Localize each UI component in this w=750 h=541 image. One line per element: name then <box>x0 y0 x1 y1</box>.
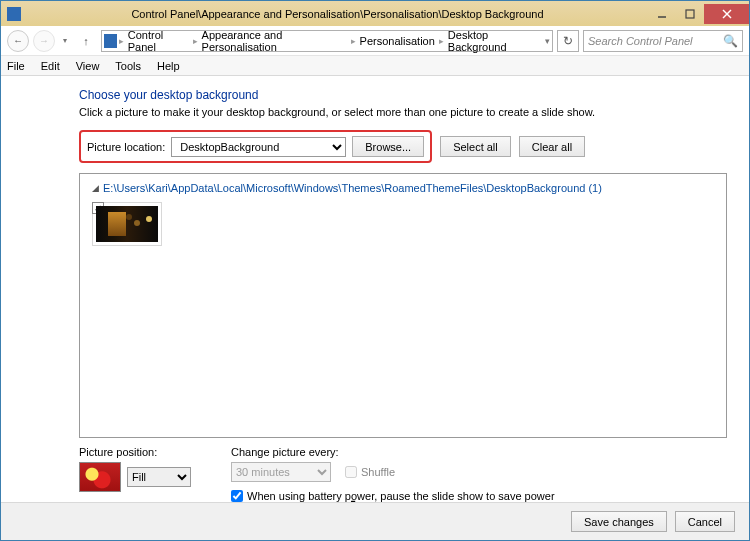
wallpaper-thumbnail[interactable]: ✓ <box>92 202 162 246</box>
app-icon <box>7 7 21 21</box>
forward-button[interactable]: → <box>33 30 55 52</box>
up-button[interactable]: ↑ <box>75 30 97 52</box>
address-dropdown-icon[interactable]: ▾ <box>545 36 550 46</box>
refresh-button[interactable]: ↻ <box>557 30 579 52</box>
browse-button[interactable]: Browse... <box>352 136 424 157</box>
search-input[interactable]: Search Control Panel 🔍 <box>583 30 743 52</box>
breadcrumb-item[interactable]: Appearance and Personalisation <box>198 29 351 53</box>
search-placeholder: Search Control Panel <box>588 35 693 47</box>
folder-path-text: E:\Users\Kari\AppData\Local\Microsoft\Wi… <box>103 182 602 194</box>
change-interval-select: 30 minutes <box>231 462 331 482</box>
picture-location-label: Picture location: <box>87 141 165 153</box>
address-bar[interactable]: ▸ Control Panel ▸ Appearance and Persona… <box>101 30 553 52</box>
picture-position-label: Picture position: <box>79 446 191 458</box>
menu-view[interactable]: View <box>76 60 100 72</box>
menu-edit[interactable]: Edit <box>41 60 60 72</box>
breadcrumb-item[interactable]: Desktop Background <box>444 29 545 53</box>
titlebar: Control Panel\Appearance and Personalisa… <box>1 1 749 26</box>
menubar: File Edit View Tools Help <box>1 56 749 76</box>
footer: Save changes Cancel <box>1 502 749 540</box>
breadcrumb-item[interactable]: Control Panel <box>124 29 193 53</box>
svg-rect-1 <box>686 10 694 18</box>
select-all-button[interactable]: Select all <box>440 136 511 157</box>
save-changes-button[interactable]: Save changes <box>571 511 667 532</box>
page-subtext: Click a picture to make it your desktop … <box>79 106 727 118</box>
shuffle-label: Shuffle <box>361 466 395 478</box>
minimize-button[interactable] <box>648 4 676 24</box>
picture-panel: ◢ E:\Users\Kari\AppData\Local\Microsoft\… <box>79 173 727 438</box>
window-title: Control Panel\Appearance and Personalisa… <box>27 8 648 20</box>
battery-checkbox-input[interactable] <box>231 490 243 502</box>
picture-location-select[interactable]: DesktopBackground <box>171 137 346 157</box>
shuffle-checkbox-input <box>345 466 357 478</box>
change-interval-label: Change picture every: <box>231 446 555 458</box>
close-button[interactable] <box>704 4 749 24</box>
breadcrumb-item[interactable]: Personalisation <box>356 35 439 47</box>
menu-tools[interactable]: Tools <box>115 60 141 72</box>
back-button[interactable]: ← <box>7 30 29 52</box>
picture-location-group: Picture location: DesktopBackground Brow… <box>79 130 432 163</box>
nav-toolbar: ← → ▾ ↑ ▸ Control Panel ▸ Appearance and… <box>1 26 749 56</box>
shuffle-checkbox: Shuffle <box>345 466 395 478</box>
thumbnail-preview <box>96 206 158 242</box>
position-preview <box>79 462 121 492</box>
history-dropdown[interactable]: ▾ <box>59 35 71 47</box>
cancel-button[interactable]: Cancel <box>675 511 735 532</box>
menu-file[interactable]: File <box>7 60 25 72</box>
maximize-button[interactable] <box>676 4 704 24</box>
search-icon: 🔍 <box>723 34 738 48</box>
page-heading: Choose your desktop background <box>79 88 727 102</box>
picture-position-select[interactable]: Fill <box>127 467 191 487</box>
battery-label: When using battery power, pause the slid… <box>247 490 555 502</box>
folder-path-row[interactable]: ◢ E:\Users\Kari\AppData\Local\Microsoft\… <box>92 182 714 194</box>
battery-checkbox[interactable]: When using battery power, pause the slid… <box>231 490 555 502</box>
collapse-icon[interactable]: ◢ <box>92 183 99 193</box>
clear-all-button[interactable]: Clear all <box>519 136 585 157</box>
location-icon <box>104 34 117 48</box>
menu-help[interactable]: Help <box>157 60 180 72</box>
